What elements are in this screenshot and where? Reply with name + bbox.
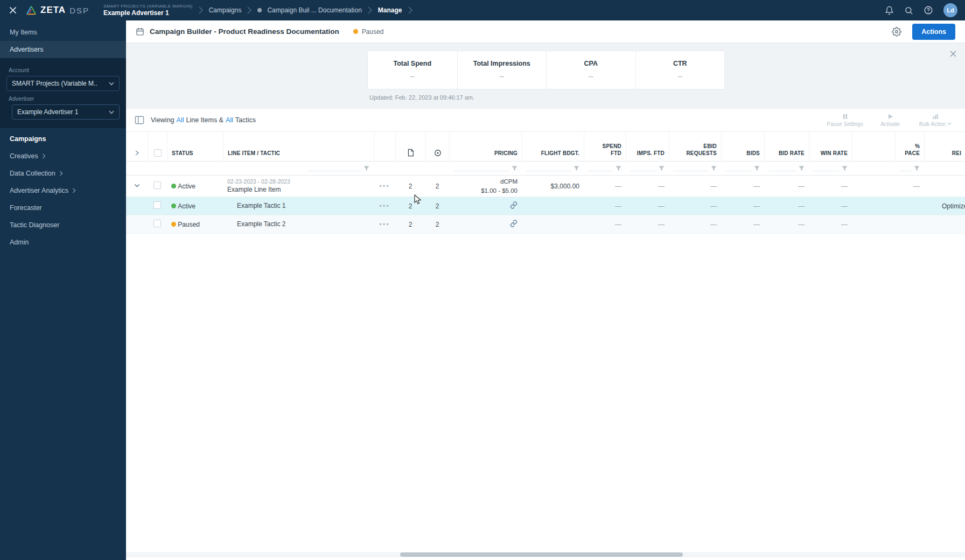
targets-count[interactable]: 2 [425, 202, 449, 210]
breadcrumb-advertiser[interactable]: SMART PROJECTS (VARIABLE MARGIN) Example… [103, 4, 193, 17]
filter-line-item[interactable] [223, 166, 374, 171]
topbar-actions: Ld [885, 3, 957, 17]
row-checkbox[interactable] [153, 201, 161, 209]
ebid-requests-cell: — [669, 221, 721, 228]
sidebar-item-advertiser-analytics[interactable]: Advertiser Analytics [0, 182, 126, 199]
column-header-bid-rate[interactable]: BID RATE [764, 132, 809, 161]
viewing-suffix: Tactics [235, 116, 256, 124]
all-line-items-link[interactable]: All [177, 116, 184, 124]
line-items-table-card: Viewing All Line Items & All Tactics Pau… [126, 109, 965, 560]
column-header-spend-ftd[interactable]: SPENDFTD [584, 132, 626, 161]
tactic-name: Example Tactic 1 [237, 202, 286, 209]
line-item-cell[interactable]: 02-23-2023 - 02-28-2023 Example Line Ite… [223, 178, 374, 194]
table-row-line-item[interactable]: Active 02-23-2023 - 02-28-2023 Example L… [126, 176, 965, 197]
column-header-flight-budget[interactable]: FLIGHT BDGT. [522, 132, 584, 161]
user-avatar[interactable]: Ld [943, 3, 957, 17]
creatives-count[interactable]: 2 [395, 183, 425, 190]
status-label: Active [178, 202, 195, 210]
sidebar-item-campaigns[interactable]: Campaigns [0, 130, 126, 148]
row-menu[interactable]: ••• [374, 220, 395, 228]
campaign-status-badge: Paused [353, 28, 384, 36]
breadcrumb-manage[interactable]: Manage [378, 6, 402, 14]
row-checkbox[interactable] [153, 181, 161, 189]
zeta-dsp-logo[interactable]: ZETA DSP [26, 5, 89, 16]
row-menu[interactable]: ••• [374, 182, 395, 190]
account-select-value: SMART Projects (Variable M.. [12, 80, 97, 87]
chevron-right-icon [198, 6, 204, 15]
column-header-bids[interactable]: BIDS [721, 132, 764, 161]
filter-pace[interactable] [895, 166, 924, 171]
tactic-cell[interactable]: Example Tactic 1 [223, 201, 374, 211]
filter-spend-ftd[interactable] [584, 166, 626, 171]
stat-value: -- [499, 72, 504, 80]
activate-button[interactable]: Activate [869, 114, 911, 127]
chevron-right-icon [408, 6, 413, 15]
filter-bid-rate[interactable] [764, 166, 809, 171]
pricing-cell[interactable] [449, 220, 522, 229]
select-all-checkbox[interactable] [154, 149, 162, 157]
filter-imps-ftd[interactable] [626, 166, 669, 171]
sidebar-item-forecaster[interactable]: Forecaster [0, 199, 126, 216]
targets-count[interactable]: 2 [425, 183, 449, 190]
column-header-win-rate[interactable]: WIN RATE [809, 132, 852, 161]
filter-win-rate[interactable] [809, 166, 852, 171]
close-icon[interactable] [8, 5, 18, 16]
actions-button[interactable]: Actions [912, 24, 955, 40]
pricing-cell[interactable] [449, 201, 522, 211]
column-header-imps-ftd[interactable]: IMPS. FTD [626, 132, 669, 161]
stats-close-icon[interactable] [950, 50, 956, 59]
stat-cpa: CPA -- [546, 51, 635, 89]
sidebar-item-creatives[interactable]: Creatives [0, 148, 126, 165]
sidebar-item-tactic-diagnoser[interactable]: Tactic Diagnoser [0, 216, 126, 234]
column-header-status[interactable]: STATUS [167, 132, 223, 161]
column-header-ebid-requests[interactable]: EBIDREQUESTS [669, 132, 721, 161]
pause-settings-button[interactable]: Pause Settings [824, 114, 866, 127]
table-row-tactic-2[interactable]: Paused Example Tactic 2 ••• 2 2 — — — — … [126, 215, 965, 234]
sidebar-item-advertisers[interactable]: Advertisers [0, 41, 126, 58]
filter-pricing[interactable] [449, 166, 522, 171]
account-select[interactable]: SMART Projects (Variable M.. [6, 76, 120, 91]
column-header-creatives[interactable] [395, 132, 425, 161]
chevron-down-icon [109, 82, 114, 86]
ebid-requests-cell: — [669, 202, 721, 210]
filter-flight-budget[interactable] [522, 166, 584, 171]
horizontal-scrollbar[interactable] [126, 552, 965, 557]
expand-all-toggle[interactable] [126, 132, 148, 161]
pace-cell: — [895, 183, 924, 190]
collapse-row-toggle[interactable] [126, 182, 148, 191]
bulk-action-button[interactable]: Bulk Action [914, 114, 956, 127]
status-cell: Paused [167, 221, 223, 228]
win-rate-cell: — [809, 221, 852, 228]
calendar-icon [136, 27, 144, 36]
filter-ebid-requests[interactable] [669, 166, 721, 171]
row-menu[interactable]: ••• [374, 202, 395, 210]
play-icon [887, 114, 893, 120]
sidebar-item-data-collection[interactable]: Data Collection [0, 165, 126, 182]
creatives-count[interactable]: 2 [395, 202, 425, 210]
advertiser-select[interactable]: Example Advertiser 1 [12, 104, 120, 120]
sidebar-item-my-items[interactable]: My Items [0, 24, 126, 41]
column-header-rei[interactable]: REI [924, 132, 965, 161]
filter-funnel-icon [754, 166, 760, 171]
row-checkbox[interactable] [153, 220, 161, 227]
search-icon[interactable] [904, 6, 913, 15]
sidebar-item-admin[interactable]: Admin [0, 234, 126, 251]
creatives-count[interactable]: 2 [395, 221, 425, 228]
gear-icon[interactable] [892, 27, 901, 37]
tactic-cell[interactable]: Example Tactic 2 [223, 220, 374, 229]
page-title: Campaign Builder - Product Readiness Doc… [150, 27, 339, 36]
columns-icon[interactable] [135, 116, 144, 124]
column-header-pricing[interactable]: PRICING [449, 132, 522, 161]
column-header-line-item[interactable]: LINE ITEM / TACTIC [223, 132, 374, 161]
all-tactics-link[interactable]: All [226, 116, 233, 124]
targets-count[interactable]: 2 [425, 221, 449, 228]
breadcrumb-campaign[interactable]: Campaign Buil ... Documentation [267, 6, 361, 14]
filter-bids[interactable] [721, 166, 764, 171]
breadcrumb-campaigns[interactable]: Campaigns [209, 6, 242, 14]
help-icon[interactable] [924, 5, 933, 15]
column-header-targets[interactable] [425, 132, 449, 161]
scrollbar-thumb[interactable] [400, 552, 683, 557]
column-header-pace[interactable]: % PACE [895, 132, 924, 161]
notifications-bell-icon[interactable] [885, 6, 894, 15]
table-row-tactic-1[interactable]: Active Example Tactic 1 ••• 2 2 — — — — … [126, 197, 965, 215]
